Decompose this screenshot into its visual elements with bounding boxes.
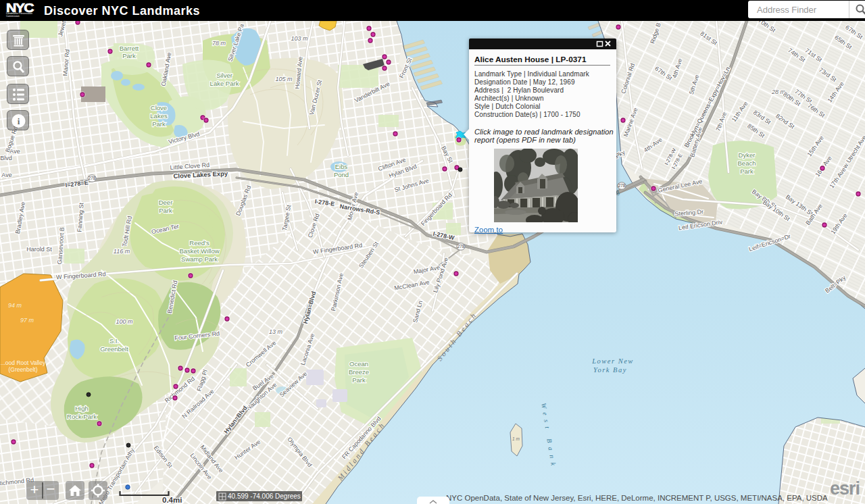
svg-text:Lakes: Lakes [150, 112, 168, 120]
svg-text:0.4mi: 0.4mi [162, 496, 182, 504]
svg-text:Deer: Deer [159, 199, 173, 206]
svg-text:Breeze: Breeze [349, 368, 369, 376]
svg-text:278: 278 [618, 183, 626, 188]
svg-text:Park: Park [122, 52, 136, 59]
svg-text:Greenbelt: Greenbelt [100, 345, 128, 353]
svg-text:103 m: 103 m [291, 35, 308, 42]
svg-text:Harold St: Harold St [26, 246, 52, 253]
svg-text:Reed's: Reed's [189, 239, 209, 247]
svg-text:13 m: 13 m [269, 328, 283, 335]
svg-text:Silver: Silver [216, 72, 232, 79]
svg-text:Beach: Beach [738, 159, 756, 167]
svg-text:Ave: Ave [1, 172, 11, 178]
svg-text:Ocean: Ocean [349, 360, 368, 368]
svg-text:Park: Park [352, 376, 366, 384]
svg-text:Blvd: Blvd [0, 155, 12, 161]
svg-text:Barrett: Barrett [120, 45, 139, 52]
svg-text:1 m: 1 m [512, 436, 520, 441]
svg-text:94 m: 94 m [8, 302, 22, 309]
svg-text:...ood Root Valley: ...ood Root Valley [1, 359, 46, 366]
svg-text:Ave: Ave [9, 148, 20, 155]
svg-text:Park: Park [152, 120, 166, 128]
svg-text:100 m: 100 m [116, 318, 133, 325]
svg-text:S.I.: S.I. [109, 337, 119, 345]
svg-text:Swamp Park: Swamp Park [181, 255, 218, 263]
svg-text:Clove: Clove [151, 104, 167, 111]
svg-text:Dyker: Dyker [739, 151, 756, 159]
svg-text:York Bay: York Bay [593, 366, 627, 374]
svg-text:278: 278 [458, 244, 465, 249]
svg-text:(Greenbelt): (Greenbelt) [9, 366, 38, 373]
svg-text:116 m: 116 m [114, 248, 130, 255]
svg-text:Basket Willow: Basket Willow [179, 247, 219, 255]
svg-text:Park: Park [740, 168, 753, 175]
svg-text:105 m: 105 m [275, 76, 293, 82]
svg-text:Lake Park: Lake Park [210, 80, 239, 87]
svg-text:Lower New: Lower New [591, 357, 634, 365]
svg-text:97 m: 97 m [20, 317, 34, 324]
svg-text:78 m: 78 m [212, 40, 226, 47]
svg-text:High: High [75, 405, 89, 412]
svg-text:Eibs: Eibs [335, 163, 348, 170]
svg-text:278: 278 [89, 176, 96, 180]
svg-text:i: i [18, 116, 20, 126]
svg-text:Pond: Pond [334, 171, 349, 178]
svg-text:Rock Park: Rock Park [67, 413, 97, 420]
svg-text:Park: Park [159, 207, 172, 214]
